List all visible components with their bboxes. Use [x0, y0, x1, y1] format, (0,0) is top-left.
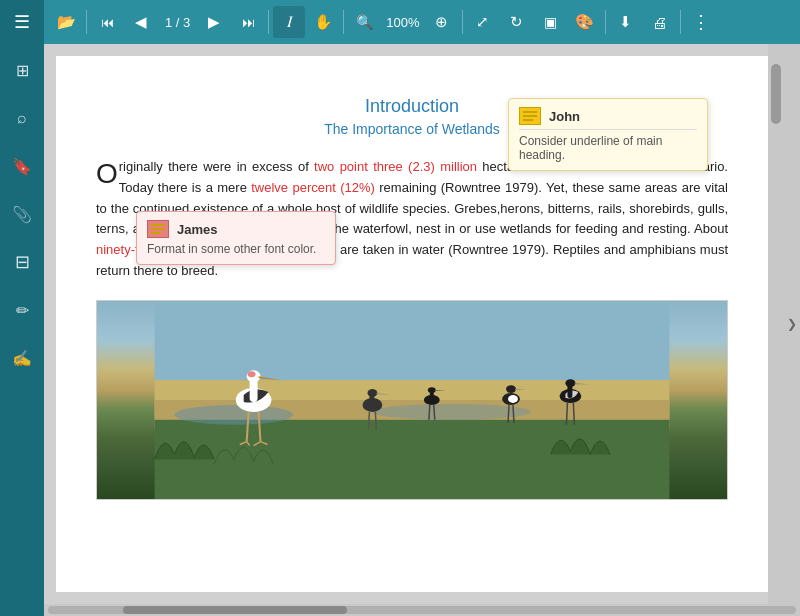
annotation-john-name: John [549, 109, 580, 124]
annotation-john-text: Consider underline of main heading. [519, 129, 697, 162]
separator-3 [343, 10, 344, 34]
open-file-button[interactable]: 📂 [50, 6, 82, 38]
content-area: John Consider underline of main heading.… [44, 44, 800, 604]
right-panel-toggle[interactable]: ❯ [784, 44, 800, 604]
rotate-icon: ↻ [510, 13, 523, 31]
zoom-in-icon: ⊕ [435, 13, 448, 31]
svg-point-9 [248, 371, 256, 377]
highlight-12percent: twelve percent (12%) [251, 180, 375, 195]
attachment-button[interactable]: 📎 [0, 192, 44, 236]
cursor-icon: 𝐼 [287, 13, 292, 31]
separator-1 [86, 10, 87, 34]
annotation-james-header: James [147, 220, 325, 238]
zoom-out-button[interactable]: 🔍 [348, 6, 380, 38]
line-1 [523, 111, 537, 113]
svg-line-19 [368, 412, 369, 430]
zoom-out-icon: 🔍 [356, 14, 373, 30]
toolbar: 📂 ⏮ ◀ 1 / 3 ▶ ⏭ 𝐼 ✋ 🔍 100% ⊕ [44, 0, 800, 44]
separator-2 [268, 10, 269, 34]
svg-rect-0 [155, 301, 670, 380]
sidebar: ☰ ⊞ ⌕ 🔖 📎 ⊟ ✏ ✍ [0, 0, 44, 616]
grid-view-button[interactable]: ⊞ [0, 48, 44, 92]
crop-icon: ▣ [544, 14, 557, 30]
hamburger-menu-button[interactable]: ☰ [0, 0, 44, 44]
search-icon: ⌕ [17, 109, 27, 127]
cursor-tool-button[interactable]: 𝐼 [273, 6, 305, 38]
crop-button[interactable]: ▣ [535, 6, 567, 38]
zoom-in-button[interactable]: ⊕ [426, 6, 458, 38]
scrollbar-thumb[interactable] [771, 64, 781, 124]
palette-button[interactable]: 🎨 [569, 6, 601, 38]
zoom-level[interactable]: 100% [382, 15, 423, 30]
next-page-button[interactable]: ▶ [198, 6, 230, 38]
annotation-james-name: James [177, 222, 217, 237]
signature-button[interactable]: ✍ [0, 336, 44, 380]
svg-point-23 [428, 387, 436, 393]
horizontal-scroll-track [48, 606, 796, 614]
annotation-james-bubble[interactable]: James Format in some other font color. [136, 211, 336, 265]
horizontal-scrollbar[interactable] [44, 604, 800, 616]
jline-3 [151, 232, 161, 234]
annotation-lines [523, 111, 537, 121]
prev-page-button[interactable]: ◀ [125, 6, 157, 38]
search-button[interactable]: ⌕ [0, 96, 44, 140]
palette-icon: 🎨 [575, 13, 594, 31]
edit-button[interactable]: ✏ [0, 288, 44, 332]
separator-6 [680, 10, 681, 34]
hand-tool-button[interactable]: ✋ [307, 6, 339, 38]
signature-icon: ✍ [12, 349, 32, 368]
next-icon: ▶ [208, 13, 220, 31]
annotation-john-icon [519, 107, 541, 125]
pencil-icon: ✏ [16, 301, 29, 320]
wetlands-photo [96, 300, 728, 500]
paperclip-icon: 📎 [12, 205, 32, 224]
drop-cap-o: O [96, 160, 118, 188]
download-button[interactable]: ⬇ [610, 6, 642, 38]
rotate-button[interactable]: ↻ [501, 6, 533, 38]
svg-line-24 [429, 405, 430, 420]
svg-line-30 [513, 405, 514, 423]
hamburger-icon: ☰ [14, 11, 30, 33]
more-icon: ⋮ [692, 11, 710, 33]
svg-line-29 [508, 405, 509, 423]
bird-scene-svg [97, 301, 727, 499]
line-2 [523, 115, 537, 117]
horizontal-scroll-thumb[interactable] [123, 606, 347, 614]
annotation-john-header: John [519, 107, 697, 125]
svg-point-33 [565, 379, 575, 387]
fit-page-button[interactable]: ⤢ [467, 6, 499, 38]
layers-icon: ⊟ [15, 251, 30, 273]
jline-2 [151, 228, 165, 230]
main-area: 📂 ⏮ ◀ 1 / 3 ▶ ⏭ 𝐼 ✋ 🔍 100% ⊕ [44, 0, 800, 616]
jline-1 [151, 224, 165, 226]
vertical-scrollbar[interactable] [768, 44, 784, 604]
print-icon: 🖨 [652, 14, 667, 31]
more-options-button[interactable]: ⋮ [685, 6, 717, 38]
print-button[interactable]: 🖨 [644, 6, 676, 38]
annotation-john-bubble[interactable]: John Consider underline of main heading. [508, 98, 708, 171]
last-page-icon: ⏭ [242, 15, 255, 30]
prev-icon: ◀ [135, 13, 147, 31]
bookmark-button[interactable]: 🔖 [0, 144, 44, 188]
svg-line-25 [434, 405, 435, 420]
grid-icon: ⊞ [16, 61, 29, 80]
pdf-page: John Consider underline of main heading.… [56, 56, 768, 592]
bookmark-icon: 🔖 [12, 157, 32, 176]
download-icon: ⬇ [619, 13, 632, 31]
svg-point-5 [372, 404, 530, 420]
first-page-button[interactable]: ⏮ [91, 6, 123, 38]
last-page-button[interactable]: ⏭ [232, 6, 264, 38]
svg-point-28 [508, 395, 518, 403]
first-page-icon: ⏮ [101, 15, 114, 30]
svg-point-18 [367, 389, 377, 397]
layers-button[interactable]: ⊟ [0, 240, 44, 284]
highlight-2point3: two point three (2.3) million [314, 159, 477, 174]
right-chevron-icon: ❯ [787, 317, 797, 331]
svg-line-35 [573, 403, 574, 425]
svg-point-27 [506, 385, 516, 393]
svg-line-20 [375, 412, 376, 430]
svg-line-34 [566, 403, 567, 425]
folder-icon: 📂 [57, 13, 76, 31]
svg-point-4 [174, 405, 293, 425]
annotation-james-text: Format in some other font color. [147, 242, 325, 256]
